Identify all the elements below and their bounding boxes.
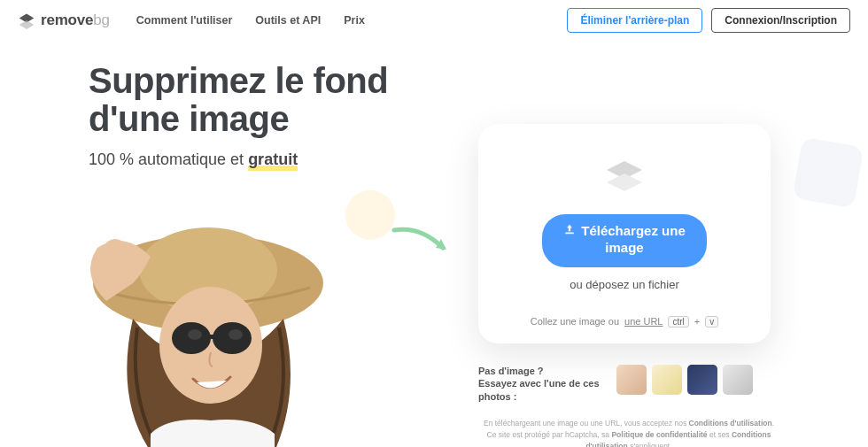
svg-point-8 — [188, 329, 202, 340]
upload-image-button[interactable]: Téléchargez une image — [542, 214, 707, 267]
nav-tools-api[interactable]: Outils et API — [255, 14, 321, 27]
top-nav: Comment l'utiliser Outils et API Prix — [136, 14, 365, 27]
logo-text: removebg — [41, 12, 110, 29]
paste-url-link[interactable]: une URL — [624, 316, 663, 327]
logo-icon — [18, 12, 35, 29]
upload-icon — [563, 223, 576, 240]
svg-marker-1 — [19, 20, 35, 29]
drop-file-text: ou déposez un fichier — [503, 278, 746, 291]
sample-thumb-2[interactable] — [652, 365, 682, 395]
svg-point-10 — [101, 239, 129, 274]
kbd-ctrl: ctrl — [668, 316, 688, 328]
sample-images-row: Pas d'image ? Essayez avec l'une de ces … — [478, 365, 771, 405]
hero-title: Supprimez le fond d'une image — [89, 62, 461, 138]
nav-how-to-use[interactable]: Comment l'utiliser — [136, 14, 233, 27]
header-actions: Éliminer l'arrière-plan Connexion/Inscri… — [567, 8, 850, 33]
nav-pricing[interactable]: Prix — [344, 14, 365, 27]
layers-icon — [503, 159, 746, 198]
hero-subtitle: 100 % automatique et gratuit — [89, 150, 461, 169]
hero-image — [53, 221, 372, 447]
logo[interactable]: removebg — [18, 12, 110, 29]
sample-thumb-3[interactable] — [687, 365, 717, 395]
login-signup-button[interactable]: Connexion/Inscription — [711, 8, 850, 33]
sample-thumbnails — [616, 365, 753, 395]
paste-row: Collez une image ou une URL ctrl + v — [503, 316, 746, 328]
svg-point-9 — [229, 329, 243, 340]
remove-bg-button[interactable]: Éliminer l'arrière-plan — [567, 8, 702, 33]
sample-thumb-1[interactable] — [616, 365, 647, 395]
sample-prompt-text: Pas d'image ? Essayez avec l'une de ces … — [478, 365, 602, 405]
svg-rect-7 — [209, 335, 216, 339]
legal-text: En téléchargeant une image ou une URL, v… — [478, 418, 779, 447]
hero-text: Supprimez le fond d'une image 100 % auto… — [89, 62, 461, 169]
sample-thumb-4[interactable] — [723, 365, 753, 395]
upload-card[interactable]: Téléchargez une image ou déposez un fich… — [478, 124, 771, 343]
header: removebg Comment l'utiliser Outils et AP… — [0, 0, 868, 41]
upload-section: Téléchargez une image ou déposez un fich… — [478, 124, 771, 447]
kbd-v: v — [705, 316, 718, 328]
arrow-icon — [390, 221, 461, 269]
svg-marker-12 — [607, 173, 642, 191]
